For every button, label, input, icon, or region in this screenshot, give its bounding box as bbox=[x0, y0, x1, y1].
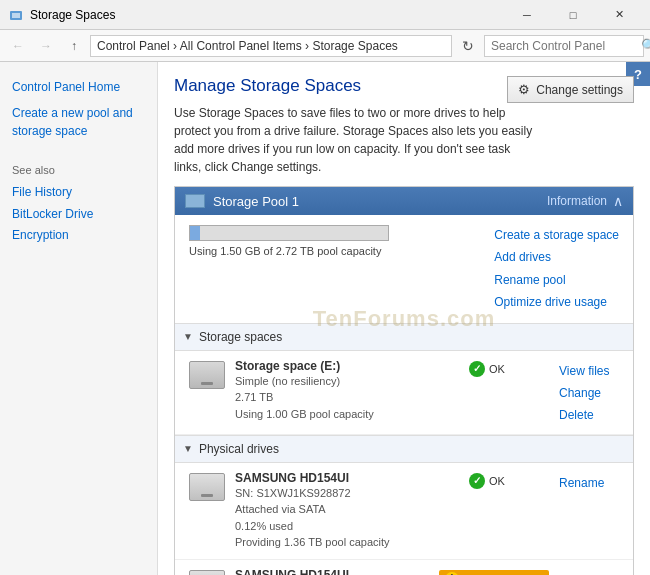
title-bar: Storage Spaces ─ □ ✕ bbox=[0, 0, 650, 30]
sidebar-bitlocker-link[interactable]: BitLocker Drive Encryption bbox=[12, 204, 145, 247]
view-files-link[interactable]: View files bbox=[559, 361, 619, 381]
page-description: Use Storage Spaces to save files to two … bbox=[174, 104, 534, 176]
drive-2-status-container: ! Information Ready to remove bbox=[439, 568, 549, 575]
delete-link[interactable]: Delete bbox=[559, 405, 619, 425]
optimize-link[interactable]: Optimize drive usage bbox=[494, 292, 619, 312]
pool-name: Storage Pool 1 bbox=[213, 194, 299, 209]
physical-drive-2-name: SAMSUNG HD154UI bbox=[235, 568, 429, 575]
storage-spaces-section-title: Storage spaces bbox=[199, 330, 282, 344]
change-settings-label: Change settings bbox=[536, 83, 623, 97]
maximize-button[interactable]: □ bbox=[550, 0, 596, 30]
drive-1-status-ok-icon: ✓ bbox=[469, 473, 485, 489]
pool-progress-fill bbox=[190, 226, 200, 240]
close-button[interactable]: ✕ bbox=[596, 0, 642, 30]
up-button[interactable]: ↑ bbox=[62, 34, 86, 58]
physical-drives-chevron-icon: ▼ bbox=[183, 443, 193, 454]
minimize-button[interactable]: ─ bbox=[504, 0, 550, 30]
physical-drive-1-details: SAMSUNG HD154UI SN: S1XWJ1KS928872Attach… bbox=[235, 471, 459, 551]
sidebar-file-history-link[interactable]: File History bbox=[12, 182, 145, 204]
rename-pool-link[interactable]: Rename pool bbox=[494, 270, 619, 290]
physical-drive-1-status: ✓ OK bbox=[469, 471, 549, 489]
window-controls: ─ □ ✕ bbox=[504, 0, 642, 30]
storage-spaces-chevron-icon: ▼ bbox=[183, 331, 193, 342]
sidebar-create-pool-link[interactable]: Create a new pool and storage space bbox=[0, 100, 157, 144]
address-bar: ← → ↑ Control Panel › All Control Panel … bbox=[0, 30, 650, 62]
pool-header-left: Storage Pool 1 bbox=[185, 194, 299, 209]
change-link[interactable]: Change bbox=[559, 383, 619, 403]
storage-space-item: Storage space (E:) Simple (no resiliency… bbox=[175, 351, 633, 435]
storage-space-details: Storage space (E:) Simple (no resiliency… bbox=[235, 359, 459, 423]
sidebar-see-also-title: See also bbox=[12, 164, 145, 176]
drive-2-status-info: ! Information bbox=[439, 570, 549, 575]
physical-drive-2-icon bbox=[189, 570, 225, 575]
drive-1-status-text: OK bbox=[489, 475, 505, 487]
main-container: Control Panel Home Create a new pool and… bbox=[0, 62, 650, 575]
drive-icon-img bbox=[189, 361, 225, 389]
window-icon bbox=[8, 7, 24, 23]
breadcrumb-text: Control Panel › All Control Panel Items … bbox=[97, 39, 398, 53]
pool-icon bbox=[185, 194, 205, 208]
physical-drives-section-title: Physical drives bbox=[199, 442, 279, 456]
svg-rect-1 bbox=[12, 13, 20, 18]
physical-drive-2-details: SAMSUNG HD154UI SN: S1XWJ1KS928871Attach… bbox=[235, 568, 429, 575]
back-button[interactable]: ← bbox=[6, 34, 30, 58]
status-ok-icon: ✓ bbox=[469, 361, 485, 377]
forward-button[interactable]: → bbox=[34, 34, 58, 58]
pool-body: Using 1.50 GB of 2.72 TB pool capacity C… bbox=[175, 215, 633, 323]
drive-2-rename-link[interactable]: Rename bbox=[559, 570, 619, 575]
pool-chevron-icon[interactable]: ∧ bbox=[613, 193, 623, 209]
storage-spaces-section-header[interactable]: ▼ Storage spaces bbox=[175, 323, 633, 351]
breadcrumb: Control Panel › All Control Panel Items … bbox=[90, 35, 452, 57]
add-drives-link[interactable]: Add drives bbox=[494, 247, 619, 267]
physical-drive-1-icon bbox=[189, 473, 225, 501]
pool-info-right: Information ∧ bbox=[547, 193, 623, 209]
refresh-button[interactable]: ↻ bbox=[456, 34, 480, 58]
search-icon: 🔍 bbox=[641, 38, 650, 53]
change-settings-button[interactable]: ⚙ Change settings bbox=[507, 76, 634, 103]
physical-drives-section-header[interactable]: ▼ Physical drives bbox=[175, 435, 633, 463]
search-input[interactable] bbox=[491, 39, 641, 53]
physical-drive-item-1: SAMSUNG HD154UI SN: S1XWJ1KS928872Attach… bbox=[175, 463, 633, 560]
window-title: Storage Spaces bbox=[30, 8, 504, 22]
sidebar-home-link[interactable]: Control Panel Home bbox=[0, 74, 157, 100]
pool-header: Storage Pool 1 Information ∧ bbox=[175, 187, 633, 215]
storage-space-status: ✓ OK bbox=[469, 359, 549, 377]
storage-space-sub: Simple (no resiliency)2.71 TBUsing 1.00 … bbox=[235, 373, 459, 423]
pool-info-label: Information bbox=[547, 194, 607, 208]
storage-pool: Storage Pool 1 Information ∧ Using 1.50 … bbox=[174, 186, 634, 575]
physical-drive-2-actions: Rename Remove Click on bbox=[559, 568, 619, 575]
physical-drive-1-sub: SN: S1XWJ1KS928872Attached via SATA0.12%… bbox=[235, 485, 459, 551]
storage-space-actions: View files Change Delete bbox=[559, 359, 619, 426]
drive-1-icon-img bbox=[189, 473, 225, 501]
create-space-link[interactable]: Create a storage space bbox=[494, 225, 619, 245]
content-area: TenForums.com ? Manage Storage Spaces Us… bbox=[158, 62, 650, 575]
sidebar-see-also: See also File History BitLocker Drive En… bbox=[0, 164, 157, 247]
drive-1-rename-link[interactable]: Rename bbox=[559, 473, 619, 493]
status-ok-text: OK bbox=[489, 363, 505, 375]
pool-capacity-text: Using 1.50 GB of 2.72 TB pool capacity bbox=[189, 245, 482, 257]
storage-space-drive-icon bbox=[189, 361, 225, 389]
pool-progress-bar bbox=[189, 225, 389, 241]
physical-drive-1-actions: Rename bbox=[559, 471, 619, 493]
pool-main: Using 1.50 GB of 2.72 TB pool capacity bbox=[189, 225, 482, 313]
search-bar: 🔍 bbox=[484, 35, 644, 57]
sidebar: Control Panel Home Create a new pool and… bbox=[0, 62, 158, 575]
storage-space-name: Storage space (E:) bbox=[235, 359, 459, 373]
drive-2-icon-img bbox=[189, 570, 225, 575]
physical-drive-item-2: SAMSUNG HD154UI SN: S1XWJ1KS928871Attach… bbox=[175, 560, 633, 575]
pool-actions: Create a storage space Add drives Rename… bbox=[494, 225, 619, 313]
gear-icon: ⚙ bbox=[518, 82, 530, 97]
physical-drive-1-name: SAMSUNG HD154UI bbox=[235, 471, 459, 485]
